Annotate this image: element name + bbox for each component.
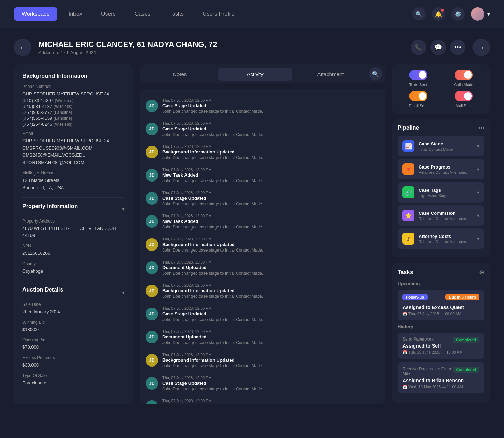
mail-sent-toggle[interactable] [455,91,473,101]
calls-made-toggle[interactable] [455,70,473,80]
toggle-email-sent: Email Sent [398,91,439,108]
next-button[interactable]: → [472,39,490,56]
auction-section-header[interactable]: Auction Details ▾ [22,287,125,298]
activity-title: Case Stage Updated [162,126,379,131]
activity-time: Thu, 07 July 2028, 12:00 PM [162,121,379,125]
upcoming-task-card[interactable]: Follow-up Due in 6 Hours Assigned to Exc… [398,290,484,320]
phone-action-button[interactable]: 📞 [411,40,426,55]
email-entry: SPORTSMAN736@AOL.COM [22,159,125,166]
activity-avatar: JD [146,331,158,343]
pipeline-expand-icon[interactable]: ▾ [477,190,479,195]
pipeline-expand-icon[interactable]: ▾ [477,213,479,218]
activity-content: Thu, 07 July 2028, 12:00 PM Case Stage U… [162,98,379,114]
phone-entry: (757)903-2777 (Landline) [22,110,125,115]
nav-item-users[interactable]: Users [93,7,124,21]
nav-item-inbox[interactable]: Inbox [61,7,90,21]
toggle-knob [419,92,426,100]
opening-bid-label: Opening Bid [22,337,125,342]
email-sent-toggle[interactable] [409,91,427,101]
activity-time: Thu, 07 July 2028, 12:00 PM [162,214,379,218]
pipeline-item-title: Case Commision [419,211,473,216]
settings-button[interactable]: ⚙️ [451,7,465,21]
pipeline-item-sub: Relatives Contact Attempted [419,170,473,174]
add-task-button[interactable]: ⊕ [479,268,484,276]
nav-item-cases[interactable]: Cases [127,7,158,21]
activity-item[interactable]: JD Thu, 07 July 2028, 12:00 PM Case Stag… [146,118,379,141]
activity-item[interactable]: JD Thu, 07 July 2028, 12:00 PM Backgroun… [146,141,379,164]
history-task-card[interactable]: Send Paperwork Completed Assigned to Sel… [398,333,484,359]
activity-time: Thu, 07 July 2028, 12:00 PM [162,329,379,334]
nav-item-users-profile[interactable]: Users Profile [195,7,243,21]
activity-time: Thu, 07 July 2028, 12:00 PM [162,144,379,149]
pipeline-item[interactable]: 💰 Attorney Costs Relatives Contact Attem… [398,228,484,249]
activity-desc: John Doe changed case stage to Initial C… [162,248,379,253]
activity-item[interactable]: JD Thu, 07 July 2028, 12:00 PM Case Stag… [146,95,379,118]
activity-content: Thu, 07 July 2028, 12:00 PM New Task Add… [162,214,379,230]
back-button[interactable]: ← [14,39,31,56]
user-menu[interactable]: ▾ [471,7,490,21]
pipeline-item[interactable]: ⭐ Case Commision Relatives Contact Attem… [398,205,484,226]
activity-content: Thu, 07 July 2028, 12:00 PM New Task Add… [162,167,379,183]
nav-item-tasks[interactable]: Tasks [162,7,191,21]
activity-item[interactable]: JD Thu, 07 July 2028, 12:00 PM New Task … [146,210,379,233]
pipeline-expand-icon[interactable]: ▾ [477,236,479,241]
activity-content: Thu, 07 July 2028, 12:00 PM Case Stage U… [162,306,379,322]
activity-item[interactable]: JD Thu, 07 July 2028, 12:00 PM Case Stag… [146,395,379,404]
activity-content: Thu, 07 July 2028, 12:00 PM Case Stage U… [162,376,379,391]
activity-item[interactable]: JD Thu, 07 July 2028, 12:00 PM Case Stag… [146,372,379,395]
pipeline-item-title: Case Tags [419,187,473,193]
pipeline-text: Case Tags High-Value Surplus [419,187,473,198]
activity-item[interactable]: JD Thu, 07 July 2028, 12:00 PM New Task … [146,164,379,187]
task-type: Send Paperwork [402,337,434,342]
texts-sent-toggle[interactable] [409,70,427,80]
auction-section-title: Auction Details [22,287,63,293]
pipeline-item-title: Attorney Costs [419,234,473,239]
apn-label: APN [22,244,125,248]
pipeline-item-sub: Relatives Contact Attempted [419,217,473,221]
activity-item[interactable]: JD Thu, 07 July 2028, 12:00 PM Backgroun… [146,349,379,372]
pipeline-item[interactable]: 📈 Case Stage Initial Contact Made ▾ [398,136,484,156]
case-actions: 📞 💬 ••• [411,40,465,55]
pipeline-expand-icon[interactable]: ▾ [477,143,479,149]
activity-search-button[interactable]: 🔍 [369,67,382,81]
toggle-cards: Texts Sent Calls Made Email Sent [392,64,490,114]
pipeline-expand-icon[interactable]: ▾ [477,166,479,172]
right-panel: Texts Sent Calls Made Email Sent [392,64,490,404]
pipeline-more-button[interactable]: ••• [478,125,484,131]
activity-desc: John Doe changed case stage to Initial C… [162,363,379,368]
activity-item[interactable]: JD Thu, 07 July 2028, 12:00 PM Case Stag… [146,303,379,326]
property-section-header[interactable]: Property Information ▾ [22,203,125,214]
pipeline-item[interactable]: 🔗 Case Tags High-Value Surplus ▾ [398,182,484,203]
activity-desc: John Doe changed case stage to Initial C… [162,317,379,322]
pipeline-items: 📈 Case Stage Initial Contact Made ▾ 🔻 Ca… [398,136,484,249]
activity-avatar: JD [146,192,158,205]
notifications-button[interactable]: 🔔 [432,7,445,21]
phone-entry: (757)254-8246 (Wireless) [22,122,125,127]
winning-bid-value: $180,00 [22,326,125,334]
activity-item[interactable]: JD Thu, 07 July 2028, 12:00 PM Document … [146,256,379,280]
activity-item[interactable]: JD Thu, 07 July 2028, 12:00 PM Case Stag… [146,187,379,210]
activity-item[interactable]: JD Thu, 07 July 2028, 12:00 PM Backgroun… [146,280,379,303]
activity-item[interactable]: JD Thu, 07 July 2028, 12:00 PM Document … [146,326,379,349]
activity-content: Thu, 07 July 2028, 12:00 PM Case Stage U… [162,191,379,206]
activity-content: Thu, 07 July 2028, 12:00 PM Background I… [162,237,379,253]
phone-name-header: CHRISTOPHER MATTHEW SPROUSE 34 [22,90,125,98]
tasks-header: Tasks ⊕ [398,268,484,276]
case-added-date: Added on: 17th August 2024 [38,50,404,55]
pipeline-item[interactable]: 🔻 Case Progress Relatives Contact Attemp… [398,159,484,179]
tab-notes[interactable]: Notes [143,68,217,81]
tabs-bar: Notes Activity Attachment 🔍 [140,64,385,83]
tab-activity[interactable]: Activity [218,68,292,81]
task-name: Assigned to Excess Quest [402,304,479,310]
pipeline-item-title: Case Progress [419,164,473,170]
email-entry: CHRISTOPHER MATTHEW SPROUSE 34 [22,137,125,145]
search-button[interactable]: 🔍 [412,7,426,21]
nav-item-workspace[interactable]: Workspace [14,7,57,21]
more-actions-button[interactable]: ••• [450,40,465,55]
history-task-card[interactable]: Receive Documents From Mike Completed As… [398,362,484,393]
message-action-button[interactable]: 💬 [430,40,446,55]
activity-item[interactable]: JD Thu, 07 July 2028, 12:00 PM Backgroun… [146,233,379,256]
tab-attachment[interactable]: Attachment [294,68,368,81]
phone-entry: (540)581-4187 (Wireless) [22,104,125,109]
activity-title: Document Uploaded [162,334,379,340]
